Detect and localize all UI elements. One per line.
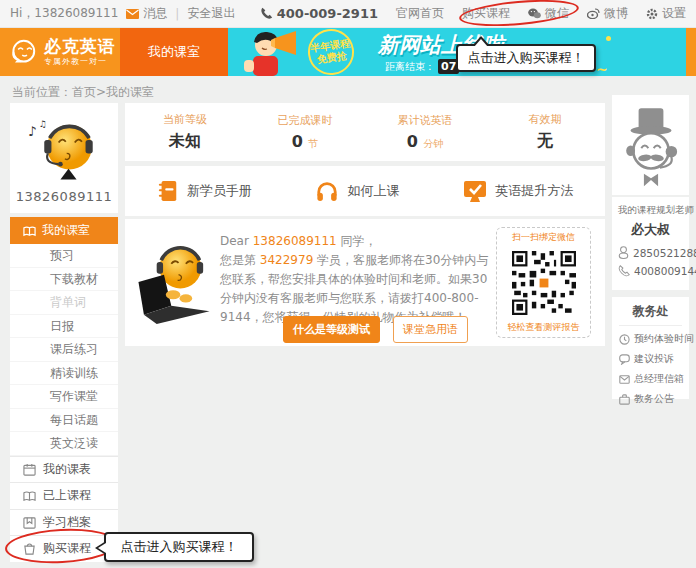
- qr-bottom-label: 轻松查看测评报告: [508, 321, 580, 334]
- gear-icon: [646, 8, 658, 20]
- handbook-icon: [157, 179, 179, 203]
- sidebar-item-preview[interactable]: 预习: [10, 244, 118, 268]
- stat-value-text: 0: [407, 132, 418, 151]
- logout-label: 安全退出: [187, 5, 235, 22]
- academic-office-title: 教务处: [619, 303, 682, 326]
- advisor-qq-number: 2850521288: [633, 247, 696, 259]
- dear-name: 13826089111: [253, 234, 337, 248]
- office-item-suggestions[interactable]: 建议投诉: [619, 352, 682, 366]
- logo[interactable]: 必克英语 专属外教一对一: [0, 28, 120, 76]
- header-right-strip: [686, 28, 696, 76]
- tab-my-classroom-label: 我的课室: [148, 43, 200, 61]
- svg-text:♪: ♪: [28, 124, 37, 139]
- quicklink-english-improvement[interactable]: 英语提升方法: [463, 179, 573, 203]
- quicklink-how-to-attend[interactable]: 如何上课: [315, 180, 399, 202]
- topbar-right: 400-009-2911 官网首页 购买课程 微信 微博 设置: [260, 5, 686, 22]
- user-greeting: Hi，13826089111: [10, 5, 118, 22]
- breadcrumb: 当前位置：首页>我的课室: [12, 84, 154, 101]
- stat-current-level: 当前等级 未知: [125, 112, 245, 152]
- banner-boy-illustration: [230, 28, 305, 76]
- stat-label: 累计说英语: [365, 113, 485, 128]
- confetti-squiggle: ~: [596, 61, 608, 76]
- sidebar-item-extensive-reading[interactable]: 英文泛读: [10, 432, 118, 456]
- logo-subtitle: 专属外教一对一: [44, 58, 116, 67]
- archive-icon: [23, 516, 36, 529]
- weibo-link[interactable]: 微博: [587, 5, 628, 22]
- sidebar-item-writing-class[interactable]: 写作课堂: [10, 385, 118, 409]
- qr-code: [512, 251, 576, 315]
- wechat-qr-box: 扫一扫绑定微信 轻松查看测评报告: [496, 227, 591, 338]
- stat-value: 0 分钟: [365, 132, 485, 151]
- advisor-qq[interactable]: 2850521288: [618, 246, 683, 259]
- tab-my-classroom[interactable]: 我的课室: [120, 28, 228, 76]
- quicklink-label: 如何上课: [347, 182, 399, 200]
- weibo-icon: [587, 8, 600, 19]
- sidebar-item-after-class-practice[interactable]: 课后练习: [10, 338, 118, 362]
- welcome-message-card: Dear 13826089111 同学， 您是第 3422979 学员，客服老师…: [125, 219, 605, 346]
- sidebar-item-daily-topic[interactable]: 每日话题: [10, 409, 118, 433]
- dear-line: Dear 13826089111 同学，: [220, 232, 492, 251]
- home-label: 官网首页: [396, 5, 444, 22]
- stat-value-text: 无: [537, 131, 553, 150]
- phone-icon: [260, 7, 273, 20]
- buy-course-top-link[interactable]: 购买课程: [462, 5, 510, 22]
- bike-uncle-illustration: [620, 103, 682, 195]
- quicklink-label: 新学员手册: [187, 182, 252, 200]
- chat-bubble-icon: [619, 354, 630, 365]
- wechat-link[interactable]: 微信: [528, 5, 569, 22]
- stat-value: 0 节: [245, 132, 365, 151]
- sidebar-item-study-archive-label: 学习档案: [43, 514, 91, 531]
- sidebar-item-vocab[interactable]: 背单词: [10, 291, 118, 315]
- sidebar-item-study-archive[interactable]: 学习档案: [10, 509, 118, 536]
- what-is-level-test-button[interactable]: 什么是等级测试: [283, 316, 380, 343]
- avatar-smiley: ♪♫: [26, 113, 102, 183]
- stat-value-text: 0: [292, 132, 303, 151]
- office-item-gm-mailbox[interactable]: 总经理信箱: [619, 372, 682, 386]
- svg-text:♫: ♫: [39, 119, 47, 129]
- sidebar-item-my-classroom[interactable]: 我的课室: [10, 217, 118, 244]
- settings-link[interactable]: 设置: [646, 5, 686, 22]
- logout-link[interactable]: 安全退出: [187, 5, 235, 22]
- dear-suffix: 同学，: [337, 234, 377, 248]
- laptop-smiley-illustration: [133, 237, 215, 327]
- stats-card: 当前等级 未知 已完成课时 0 节 累计说英语 0 分钟 有效期 无: [125, 103, 605, 161]
- office-item-label: 预约体验时间: [634, 332, 694, 346]
- sidebar-item-buy-course-label: 购买课程: [43, 540, 91, 557]
- body-prefix: 您是第: [220, 253, 260, 267]
- quicklink-new-student-handbook[interactable]: 新学员手册: [157, 179, 252, 203]
- callout-arrow-left: [95, 541, 106, 555]
- advisor-role: 我的课程规划老师: [618, 204, 683, 217]
- clock-icon: [619, 334, 630, 345]
- sidebar-item-my-schedule[interactable]: 我的课表: [10, 456, 118, 483]
- dear-prefix: Dear: [220, 234, 253, 248]
- sidebar-item-download-materials[interactable]: 下载教材: [10, 268, 118, 292]
- banner-countdown: 距离结束： 07: [385, 59, 459, 74]
- message-buttons: 什么是等级测试 课堂急用语: [283, 316, 468, 343]
- sidebar-item-intensive-reading[interactable]: 精读训练: [10, 362, 118, 386]
- avatar-card: ♪♫ 13826089111: [10, 103, 118, 213]
- home-link[interactable]: 官网首页: [396, 5, 444, 22]
- quicklinks-card: 新学员手册 如何上课 英语提升方法: [125, 166, 605, 216]
- welcome-message-text: Dear 13826089111 同学， 您是第 3422979 学员，客服老师…: [220, 232, 492, 327]
- classroom-emergency-phrases-button[interactable]: 课堂急用语: [393, 316, 468, 343]
- office-item-label: 教务公告: [634, 392, 674, 406]
- office-item-notices[interactable]: 教务公告: [619, 392, 682, 406]
- buy-course-top-label: 购买课程: [462, 5, 510, 22]
- stat-value-text: 未知: [169, 131, 201, 150]
- advisor-phone-number: 4008009144: [634, 265, 696, 277]
- weibo-label: 微博: [604, 5, 628, 22]
- office-item-book-trial[interactable]: 预约体验时间: [619, 332, 682, 346]
- messages-link[interactable]: 消息: [126, 5, 167, 22]
- stat-completed-lessons: 已完成课时 0 节: [245, 113, 365, 151]
- sidebar-item-completed-courses[interactable]: 已上课程: [10, 482, 118, 509]
- logo-title: 必克英语: [44, 37, 116, 56]
- office-item-label: 建议投诉: [634, 352, 674, 366]
- sidebar-item-completed-courses-label: 已上课程: [43, 487, 91, 504]
- stat-speaking-minutes: 累计说英语 0 分钟: [365, 113, 485, 151]
- stat-unit: 分钟: [423, 138, 443, 149]
- qq-icon: [618, 246, 629, 259]
- monitor-check-icon: [463, 179, 487, 203]
- sidebar-item-daily-report[interactable]: 日报: [10, 315, 118, 339]
- messages-label: 消息: [143, 5, 167, 22]
- advisor-phone[interactable]: 4008009144: [618, 265, 683, 277]
